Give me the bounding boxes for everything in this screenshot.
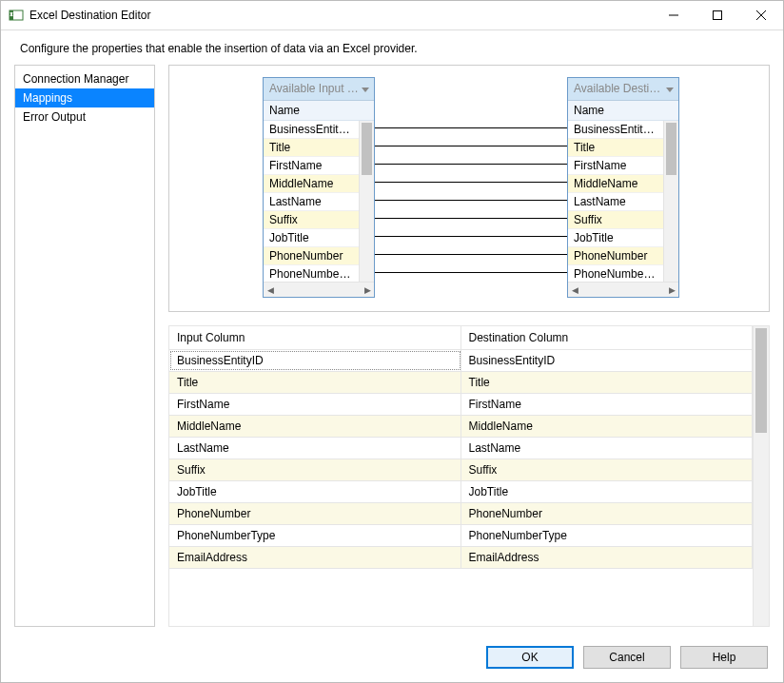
sidebar-item-mappings[interactable]: Mappings (15, 88, 154, 107)
cell-input-column[interactable]: Suffix (169, 459, 461, 480)
cell-input-column[interactable]: EmailAddress (169, 547, 461, 568)
cell-input-column[interactable]: MiddleName (169, 416, 461, 437)
svg-rect-3 (714, 11, 722, 20)
table-row[interactable]: JobTitleJobTitle (169, 481, 753, 503)
cell-input-column[interactable]: PhoneNumberType (169, 525, 461, 546)
input-column-row[interactable]: LastName (264, 193, 359, 211)
minimize-button[interactable] (652, 1, 696, 29)
cancel-button[interactable]: Cancel (583, 646, 671, 669)
input-list-horizontal-scrollbar[interactable]: ◀ ▶ (264, 282, 374, 297)
help-button[interactable]: Help (680, 646, 768, 669)
sidebar: Connection ManagerMappingsError Output (14, 65, 155, 627)
dialog-buttons: OK Cancel Help (1, 636, 783, 682)
window-controls (652, 1, 783, 29)
table-row[interactable]: PhoneNumberPhoneNumber (169, 503, 753, 525)
table-row[interactable]: EmailAddressEmailAddress (169, 547, 753, 569)
dest-column-row[interactable]: Title (568, 139, 663, 157)
input-list-header[interactable]: Available Input Col… (264, 78, 374, 101)
cell-destination-column[interactable]: EmailAddress (461, 547, 754, 568)
mappings-grid[interactable]: Input Column Destination Column Business… (168, 325, 754, 627)
table-row[interactable]: PhoneNumberTypePhoneNumberType (169, 525, 753, 547)
input-column-name-header[interactable]: Name (264, 101, 374, 121)
input-column-row[interactable]: PhoneNumber… (264, 265, 359, 282)
table-row[interactable]: FirstNameFirstName (169, 394, 753, 416)
cell-input-column[interactable]: LastName (169, 438, 461, 459)
cell-destination-column[interactable]: PhoneNumberType (461, 525, 754, 546)
cell-input-column[interactable]: FirstName (169, 394, 461, 415)
table-row[interactable]: BusinessEntityIDBusinessEntityID (169, 350, 753, 372)
grid-header-row: Input Column Destination Column (169, 326, 753, 350)
grid-header-input[interactable]: Input Column (169, 326, 461, 349)
cell-destination-column[interactable]: Title (461, 372, 754, 393)
mapping-canvas[interactable]: Available Input Col… Name BusinessEntity… (168, 65, 770, 312)
content: Available Input Col… Name BusinessEntity… (168, 65, 770, 627)
mapping-lines (169, 66, 770, 312)
dest-column-row[interactable]: MiddleName (568, 175, 663, 193)
input-column-row[interactable]: PhoneNumber (264, 247, 359, 265)
dest-column-row[interactable]: Suffix (568, 211, 663, 229)
dest-column-row[interactable]: JobTitle (568, 229, 663, 247)
maximize-button[interactable] (696, 1, 739, 29)
cell-destination-column[interactable]: BusinessEntityID (461, 350, 754, 371)
scroll-right-icon[interactable]: ▶ (363, 285, 372, 295)
input-column-row[interactable]: JobTitle (264, 229, 359, 247)
scroll-left-icon[interactable]: ◀ (570, 285, 579, 295)
cell-input-column[interactable]: BusinessEntityID (169, 350, 461, 371)
sidebar-item-connection-manager[interactable]: Connection Manager (15, 69, 154, 88)
main-area: Connection ManagerMappingsError Output A… (1, 65, 783, 636)
dest-column-row[interactable]: LastName (568, 193, 663, 211)
grid-header-destination[interactable]: Destination Column (461, 326, 754, 349)
table-row[interactable]: MiddleNameMiddleName (169, 416, 753, 438)
available-input-columns-list[interactable]: Available Input Col… Name BusinessEntity… (263, 77, 375, 298)
mappings-grid-area: Input Column Destination Column Business… (168, 325, 770, 627)
window-title: Excel Destination Editor (29, 9, 652, 22)
table-row[interactable]: SuffixSuffix (169, 459, 753, 481)
input-column-row[interactable]: BusinessEntityID (264, 121, 359, 139)
input-list-vertical-scrollbar[interactable] (359, 121, 374, 282)
dest-column-row[interactable]: PhoneNumber… (568, 265, 663, 282)
cell-input-column[interactable]: PhoneNumber (169, 503, 461, 524)
input-column-row[interactable]: MiddleName (264, 175, 359, 193)
cell-destination-column[interactable]: Suffix (461, 459, 754, 480)
dest-list-horizontal-scrollbar[interactable]: ◀ ▶ (568, 282, 678, 297)
cell-destination-column[interactable]: LastName (461, 438, 754, 459)
cell-input-column[interactable]: JobTitle (169, 481, 461, 502)
dest-list-vertical-scrollbar[interactable] (663, 121, 678, 282)
input-column-row[interactable]: Suffix (264, 211, 359, 229)
titlebar: Excel Destination Editor (1, 1, 783, 30)
app-icon (9, 8, 24, 23)
cell-destination-column[interactable]: JobTitle (461, 481, 754, 502)
cell-destination-column[interactable]: FirstName (461, 394, 754, 415)
input-column-row[interactable]: Title (264, 139, 359, 157)
ok-button[interactable]: OK (486, 646, 574, 669)
cell-destination-column[interactable]: MiddleName (461, 416, 754, 437)
dest-column-name-header[interactable]: Name (568, 101, 678, 121)
available-destination-columns-list[interactable]: Available Destinatio… Name BusinessEntit… (567, 77, 679, 298)
dest-column-row[interactable]: FirstName (568, 157, 663, 175)
cell-input-column[interactable]: Title (169, 372, 461, 393)
grid-vertical-scrollbar[interactable] (754, 325, 770, 627)
scroll-right-icon[interactable]: ▶ (667, 285, 676, 295)
close-button[interactable] (739, 1, 783, 29)
input-column-row[interactable]: FirstName (264, 157, 359, 175)
dest-column-row[interactable]: BusinessEntityID (568, 121, 663, 139)
dest-list-header[interactable]: Available Destinatio… (568, 78, 678, 101)
table-row[interactable]: TitleTitle (169, 372, 753, 394)
description-text: Configure the properties that enable the… (1, 30, 783, 65)
dest-column-row[interactable]: PhoneNumber (568, 247, 663, 265)
cell-destination-column[interactable]: PhoneNumber (461, 503, 754, 524)
scroll-left-icon[interactable]: ◀ (265, 285, 275, 295)
table-row[interactable]: LastNameLastName (169, 438, 753, 459)
sidebar-item-error-output[interactable]: Error Output (15, 107, 154, 127)
